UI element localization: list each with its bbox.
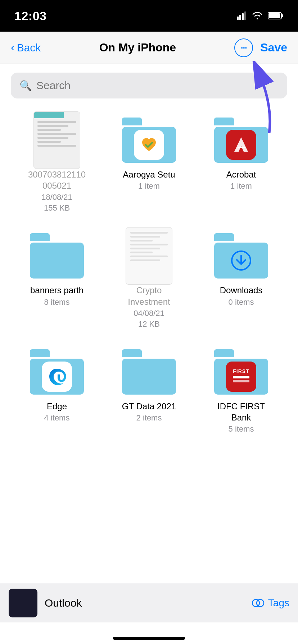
list-item[interactable]: Downloads 0 items: [195, 227, 287, 332]
tags-label: Tags: [268, 597, 289, 609]
folder-icon-wrap: [120, 347, 178, 397]
file-name: banners parth: [30, 285, 83, 296]
tags-button[interactable]: Tags: [252, 597, 289, 609]
search-bar[interactable]: 🔍: [11, 73, 287, 98]
folder-icon-wrap: FIRST: [212, 347, 270, 397]
save-button[interactable]: Save: [260, 41, 287, 54]
svg-point-12: [252, 599, 259, 607]
home-indicator: [113, 637, 185, 640]
folder-icon-wrap: [28, 347, 86, 397]
file-name: Downloads: [220, 285, 263, 296]
list-item[interactable]: banners parth 8 items: [11, 227, 103, 332]
bottom-bar-left: Outlook: [9, 589, 82, 617]
list-item[interactable]: GT Data 2021 2 items: [103, 343, 195, 437]
back-chevron-icon: ‹: [11, 41, 15, 54]
svg-point-13: [257, 599, 264, 607]
outlook-thumbnail: [9, 589, 37, 617]
svg-rect-10: [233, 376, 249, 378]
list-item[interactable]: Crypto Investment 04/08/21 12 KB: [103, 227, 195, 332]
battery-icon: [268, 12, 284, 20]
document-icon: [126, 227, 172, 285]
status-time: 12:03: [14, 9, 46, 23]
folder-icon-wrap: [212, 115, 270, 165]
file-meta-size: 12 KB: [138, 319, 160, 329]
file-name: Acrobat: [226, 169, 256, 180]
more-dots-icon: ···: [241, 43, 247, 53]
file-meta: 4 items: [44, 413, 70, 423]
folder-icon-wrap: [120, 115, 178, 165]
signal-icon: [237, 12, 247, 20]
file-meta: 5 items: [229, 424, 254, 434]
svg-rect-3: [244, 12, 246, 20]
folder-icon-wrap: [212, 231, 270, 281]
file-name: Aarogya Setu: [123, 169, 175, 180]
search-icon: 🔍: [19, 80, 32, 92]
file-meta-date: 18/08/21: [41, 193, 72, 202]
document-icon-wrap: [120, 231, 178, 281]
back-label: Back: [17, 42, 41, 54]
file-grid: 300703812110 005021 18/08/21 155 KB: [11, 111, 287, 437]
file-meta: 1 item: [230, 181, 252, 191]
nav-bar: ‹ Back On My iPhone ··· Save: [0, 32, 298, 64]
file-meta: 1 item: [138, 181, 160, 191]
nav-actions: ··· Save: [234, 38, 287, 57]
svg-rect-2: [242, 13, 244, 20]
list-item[interactable]: FIRST IDFC FIRST Bank 5 items: [195, 343, 287, 437]
file-meta-date: 04/08/21: [134, 309, 164, 318]
svg-rect-0: [237, 17, 239, 20]
back-button[interactable]: ‹ Back: [11, 41, 41, 54]
file-meta-size: 155 KB: [44, 203, 70, 213]
file-name: Edge: [47, 401, 67, 412]
document-icon-wrap: [28, 115, 86, 165]
bottom-bar: Outlook Tags: [0, 583, 298, 622]
file-meta: 0 items: [229, 298, 254, 307]
file-name: GT Data 2021: [122, 401, 176, 412]
bottom-app-name: Outlook: [45, 597, 82, 609]
list-item[interactable]: Edge 4 items: [11, 343, 103, 437]
search-input[interactable]: [36, 79, 279, 92]
status-bar: 12:03: [0, 0, 298, 32]
svg-rect-11: [233, 380, 249, 382]
file-meta: 8 items: [44, 298, 70, 307]
wifi-icon: [252, 12, 263, 20]
list-item[interactable]: 300703812110 005021 18/08/21 155 KB: [11, 111, 103, 216]
file-name: 300703812110 005021: [28, 169, 86, 191]
more-button[interactable]: ···: [234, 38, 253, 57]
nav-title: On My iPhone: [99, 41, 176, 54]
folder-icon-wrap: [28, 231, 86, 281]
list-item[interactable]: Acrobat 1 item: [195, 111, 287, 216]
file-name: Crypto Investment: [128, 285, 170, 307]
file-meta: 2 items: [136, 413, 162, 423]
download-icon: [230, 249, 253, 272]
svg-rect-6: [282, 14, 283, 17]
file-name: IDFC FIRST Bank: [217, 401, 265, 423]
content-area: 🔍: [0, 64, 298, 446]
document-icon: [33, 111, 80, 169]
tags-icon: [252, 598, 265, 608]
list-item[interactable]: Aarogya Setu 1 item: [103, 111, 195, 216]
svg-rect-1: [239, 15, 241, 20]
svg-rect-5: [268, 13, 280, 18]
status-icons: [237, 12, 284, 20]
